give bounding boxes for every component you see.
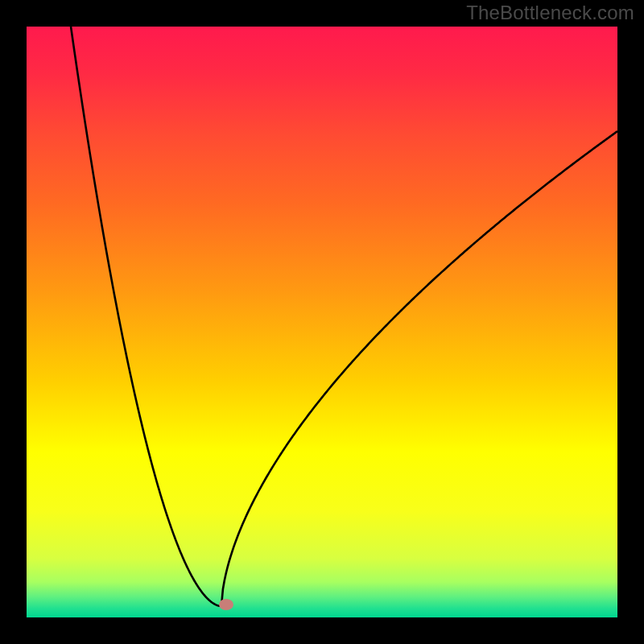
- optimum-marker: [219, 599, 233, 610]
- chart-frame: TheBottleneck.com: [0, 0, 644, 644]
- chart-background: [27, 27, 617, 617]
- bottleneck-chart: [27, 27, 617, 617]
- watermark-text: TheBottleneck.com: [466, 2, 634, 24]
